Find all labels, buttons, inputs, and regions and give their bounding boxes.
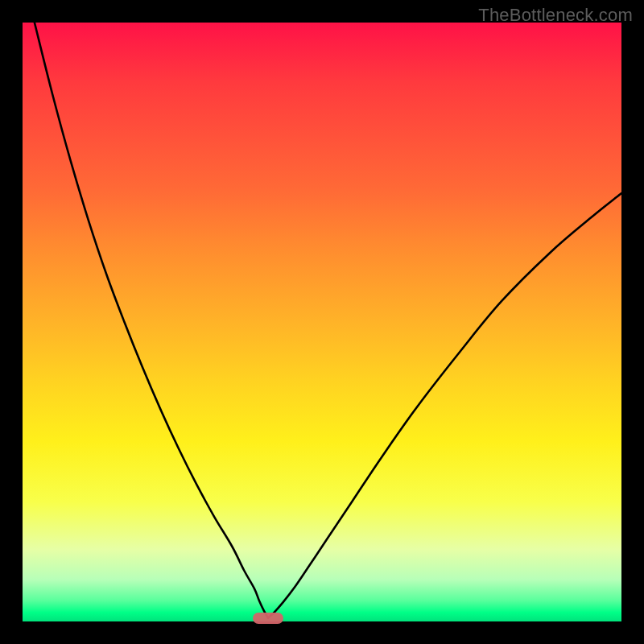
- curve-layer: [23, 23, 621, 621]
- bottleneck-marker: [253, 613, 283, 624]
- right-branch-curve: [268, 193, 621, 617]
- left-branch-curve: [35, 23, 268, 618]
- chart-frame: TheBottleneck.com: [0, 0, 644, 644]
- watermark-text: TheBottleneck.com: [478, 5, 633, 26]
- plot-area: [23, 23, 621, 621]
